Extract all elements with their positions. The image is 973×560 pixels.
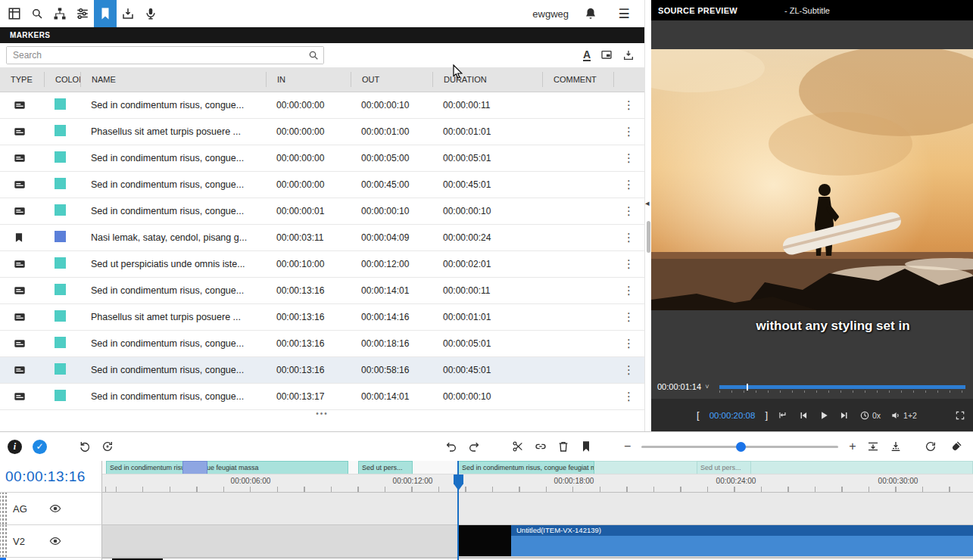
- search-input[interactable]: [7, 47, 323, 64]
- menu-icon[interactable]: ☰: [613, 0, 635, 27]
- subtitle-clip[interactable]: Sed in condimentum risus, congue feugiat…: [458, 461, 594, 474]
- marker-row[interactable]: Sed in condimentum risus, congue...00:00…: [0, 198, 644, 225]
- approve-icon[interactable]: ✓: [33, 440, 47, 454]
- scrub-bar[interactable]: [719, 385, 965, 389]
- info-icon[interactable]: i: [8, 440, 22, 454]
- color-swatch[interactable]: [55, 178, 66, 189]
- marker-row[interactable]: Sed in condimentum risus, congue...00:00…: [0, 172, 644, 198]
- column-header-color[interactable]: COLOR: [44, 72, 80, 87]
- marker-row[interactable]: Phasellus sit amet turpis posuere ...00:…: [0, 119, 644, 145]
- row-menu-button[interactable]: ⋮: [613, 310, 644, 324]
- row-menu-button[interactable]: ⋮: [613, 257, 644, 271]
- row-menu-button[interactable]: ⋮: [613, 151, 644, 165]
- marker-row[interactable]: Sed in condimentum risus, congue...00:00…: [0, 384, 644, 410]
- import-icon[interactable]: [622, 49, 635, 61]
- color-swatch[interactable]: [55, 231, 66, 242]
- marker-row[interactable]: Nasi lemak, satay, cendol, pisang g...00…: [0, 225, 644, 251]
- goto-in-icon[interactable]: [778, 410, 788, 421]
- undo-icon[interactable]: [445, 440, 457, 453]
- subtitle-clip[interactable]: Sed in condimentum risus, congue feugiat…: [106, 461, 348, 474]
- column-header-out[interactable]: OUT: [351, 72, 432, 87]
- next-frame-icon[interactable]: [839, 410, 850, 421]
- settings-sliders-icon[interactable]: [71, 0, 94, 27]
- refresh-icon[interactable]: [925, 440, 937, 453]
- video-preview[interactable]: [651, 49, 973, 310]
- scrub-playhead[interactable]: [747, 384, 748, 390]
- column-header-name[interactable]: NAME: [80, 72, 266, 87]
- scrollbar-thumb[interactable]: [647, 221, 650, 253]
- track-ag-lane[interactable]: [102, 493, 973, 525]
- markers-tool-icon[interactable]: [94, 0, 117, 27]
- column-header-in[interactable]: IN: [266, 72, 351, 87]
- track-drag-handle[interactable]: [0, 525, 7, 557]
- overwrite-clip-icon[interactable]: [890, 440, 902, 453]
- zoom-slider[interactable]: [641, 446, 838, 448]
- link-icon[interactable]: [535, 440, 547, 453]
- column-header-comment[interactable]: COMMENT: [542, 72, 613, 87]
- column-header-type[interactable]: TYPE: [0, 72, 44, 87]
- prev-frame-icon[interactable]: [798, 410, 809, 421]
- cut-icon[interactable]: [512, 440, 524, 453]
- cleanup-icon[interactable]: [950, 440, 962, 453]
- row-menu-button[interactable]: ⋮: [613, 231, 644, 244]
- marker-row[interactable]: Sed in condimentum risus, congue...00:00…: [0, 331, 644, 357]
- collapse-panel-icon[interactable]: ◂: [645, 198, 650, 208]
- timeline-ruler[interactable]: 00:00:06:0000:00:12:0000:00:18:0000:00:2…: [102, 474, 973, 493]
- notifications-icon[interactable]: [579, 0, 602, 27]
- color-swatch[interactable]: [55, 390, 66, 401]
- color-swatch[interactable]: [55, 98, 66, 110]
- column-header-duration[interactable]: DURATION: [432, 72, 542, 87]
- visibility-eye-icon[interactable]: [49, 502, 61, 515]
- microphone-icon[interactable]: [139, 0, 162, 27]
- subtitle-track-strip[interactable]: Sed in condimentum risus, congue feugiat…: [102, 461, 973, 474]
- track-header-ag[interactable]: AG: [0, 493, 102, 525]
- reset-icon[interactable]: [79, 440, 91, 453]
- zoom-out-button[interactable]: −: [624, 440, 631, 453]
- add-marker-icon[interactable]: [580, 440, 592, 453]
- color-swatch[interactable]: [55, 204, 66, 216]
- panel-layout-icon[interactable]: [3, 0, 26, 27]
- row-menu-button[interactable]: ⋮: [613, 178, 644, 191]
- subtitle-clip[interactable]: Sed ut pers...: [358, 461, 413, 474]
- picture-in-picture-icon[interactable]: [600, 49, 613, 61]
- insert-clip-icon[interactable]: [867, 440, 879, 453]
- marker-row[interactable]: Phasellus sit amet turpis posuere ...00:…: [0, 304, 644, 331]
- panel-resize-handle[interactable]: •••: [0, 410, 644, 421]
- redo-icon[interactable]: [468, 440, 480, 453]
- row-menu-button[interactable]: ⋮: [613, 390, 644, 403]
- row-menu-button[interactable]: ⋮: [613, 125, 644, 138]
- color-swatch[interactable]: [55, 284, 66, 295]
- mark-in-button[interactable]: [: [697, 409, 700, 421]
- color-swatch[interactable]: [55, 310, 66, 322]
- color-swatch[interactable]: [55, 257, 66, 269]
- marker-row[interactable]: Sed in condimentum risus, congue...00:00…: [0, 145, 644, 172]
- color-swatch[interactable]: [55, 363, 66, 375]
- row-menu-button[interactable]: ⋮: [613, 98, 644, 112]
- delete-icon[interactable]: [557, 440, 569, 453]
- row-menu-button[interactable]: ⋮: [613, 363, 644, 377]
- track-header-v2[interactable]: V2: [0, 525, 102, 558]
- subtitle-clip[interactable]: [182, 461, 207, 474]
- chevron-down-icon[interactable]: ˅: [705, 383, 709, 390]
- play-icon[interactable]: [819, 410, 829, 421]
- marker-row[interactable]: Sed ut perspiciatis unde omnis iste...00…: [0, 251, 644, 278]
- zoom-in-button[interactable]: +: [849, 440, 856, 453]
- row-menu-button[interactable]: ⋮: [613, 337, 644, 350]
- track-drag-handle[interactable]: [0, 493, 7, 524]
- row-menu-button[interactable]: ⋮: [613, 204, 644, 218]
- marker-row[interactable]: Sed in condimentum risus, congue...00:00…: [0, 278, 644, 304]
- export-icon[interactable]: [117, 0, 139, 27]
- row-menu-button[interactable]: ⋮: [613, 284, 644, 297]
- visibility-eye-icon[interactable]: [49, 535, 61, 547]
- audio-channels-control[interactable]: 1+2: [890, 410, 917, 421]
- search-submit-icon[interactable]: [307, 49, 320, 61]
- color-swatch[interactable]: [55, 125, 66, 136]
- workflow-icon[interactable]: [48, 0, 71, 27]
- color-swatch[interactable]: [55, 337, 66, 348]
- marker-row[interactable]: Sed in condimentum risus, congue...00:00…: [0, 92, 644, 119]
- video-clip[interactable]: Untitled(ITEM-VX-142139): [458, 525, 973, 556]
- search-icon[interactable]: [26, 0, 48, 27]
- zoom-slider-knob[interactable]: [736, 442, 746, 452]
- marker-row[interactable]: Sed in condimentum risus, congue...00:00…: [0, 357, 644, 384]
- sync-add-icon[interactable]: [101, 440, 114, 453]
